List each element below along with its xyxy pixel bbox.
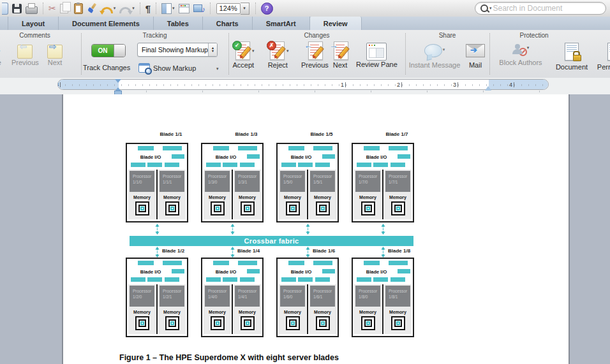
columns-icon[interactable]: ▾ (161, 1, 175, 15)
io-module-bar (364, 146, 379, 150)
tab-smartart[interactable]: SmartArt (253, 17, 310, 30)
io-module-bar (147, 277, 162, 282)
io-module-bar (138, 146, 153, 150)
io-module-bar (138, 261, 153, 265)
memory-label: Memory (133, 310, 151, 314)
blade-box: Blade I/O Processor 1/4/0 Memory (201, 258, 264, 337)
paste-icon[interactable] (74, 1, 83, 15)
markup-view-value: Final Showing Markup (138, 46, 208, 54)
save-icon[interactable] (12, 1, 22, 15)
help-icon[interactable]: ? (261, 1, 273, 15)
fabric-link-arrow: Blade 1/8 (352, 246, 414, 258)
block-authors-button[interactable]: ▾ Block Authors (493, 41, 548, 66)
tab-stop-strip[interactable] (57, 91, 549, 93)
blade-io-label: Blade I/O (128, 269, 173, 275)
fabric-link-arrow (126, 222, 188, 236)
previous-comment-button[interactable]: ⇦ Previous (11, 45, 39, 66)
show-formatting-icon[interactable]: ¶ (145, 1, 151, 15)
mail-button[interactable]: ➔ Mail (464, 41, 487, 69)
tab-review[interactable]: Review (310, 17, 362, 30)
review-pane-button[interactable]: Review Pane (356, 41, 398, 68)
processor-label: Processor (283, 288, 305, 294)
io-module-bar (288, 261, 304, 265)
zoom-value[interactable]: 124% (216, 3, 241, 14)
document-page[interactable]: Blade 1/1 Blade I/O Processor 1/1/0 Memo… (62, 94, 570, 364)
search-icon[interactable] (480, 4, 488, 12)
fabric-link-arrow: Blade 1/4 (201, 246, 264, 258)
zoom-dropdown-icon[interactable]: ▾ (241, 3, 249, 15)
toolbox-icon[interactable] (179, 1, 190, 15)
cut-icon[interactable]: ✂ (48, 1, 56, 15)
ribbon-tab-bar: Layout Document Elements Tables Charts S… (0, 17, 610, 31)
processor-column: Processor 1/3/0 Memory (204, 170, 231, 219)
processor-label: Processor (313, 173, 335, 179)
track-changes-label: Track Changes (83, 64, 130, 71)
delete-comment-button[interactable]: ▾ Delete (0, 45, 1, 66)
show-markup-dropdown-icon[interactable]: ▾ (216, 66, 219, 71)
io-module-bar (223, 163, 237, 167)
blade-label: Blade 1/6 (313, 248, 335, 254)
processor-box: Processor 1/5/1 (310, 171, 335, 192)
memory-label: Memory (239, 195, 256, 200)
io-module-bar (364, 261, 379, 265)
document-workspace[interactable]: Blade 1/1 Blade I/O Processor 1/1/0 Memo… (0, 94, 610, 364)
format-painter-icon[interactable] (87, 1, 97, 15)
undo-icon[interactable]: ▾ (101, 1, 116, 15)
section-title-changes: Changes (228, 32, 405, 39)
processor-column: Processor 1/7/0 Memory (354, 170, 382, 219)
tab-tables[interactable]: Tables (154, 17, 203, 30)
horizontal-ruler[interactable]: 1 2 3 4 5 6 7 (57, 79, 549, 90)
next-change-button[interactable]: → Next (331, 41, 350, 69)
right-indent-marker[interactable] (485, 83, 491, 91)
show-markup-button[interactable]: Show Markup (138, 63, 196, 73)
show-markup-icon (138, 63, 150, 73)
protect-document-button[interactable]: Document (552, 41, 591, 71)
copy-icon[interactable] (60, 1, 70, 15)
tab-charts[interactable]: Charts (203, 17, 253, 30)
toggle-knob[interactable] (114, 45, 125, 57)
io-module-bar (165, 163, 179, 167)
processor-box: Processor 1/8/0 (355, 286, 380, 307)
processor-id: 1/1/1 (163, 179, 184, 185)
previous-change-button[interactable]: ← Previous (301, 41, 329, 69)
blade-label: Blade 1/8 (388, 248, 410, 254)
media-browser-icon[interactable] (193, 1, 205, 15)
tab-layout[interactable]: Layout (8, 17, 59, 30)
processor-label: Processor (389, 288, 410, 294)
processor-id: 1/3/1 (238, 179, 260, 185)
io-module-bar (163, 146, 182, 150)
processor-box: Processor 1/4/0 (205, 286, 230, 307)
memory-label: Memory (314, 310, 331, 314)
search-input[interactable] (492, 3, 600, 13)
processor-box: Processor 1/7/0 (355, 171, 380, 192)
redo-icon[interactable]: ▾ (119, 1, 135, 15)
next-comment-button[interactable]: ⇨ Next (47, 45, 63, 66)
processor-id: 1/8/0 (359, 294, 380, 300)
blade-box: Blade I/O Processor 1/5/0 Memory (276, 143, 339, 222)
search-box[interactable]: ▾ (475, 2, 606, 15)
io-module-bar (238, 261, 257, 265)
blade-columns: Processor 1/4/0 Memory Processor 1/4/1 M… (204, 284, 261, 334)
permission-button[interactable]: Permission (594, 41, 610, 71)
processor-id: 1/8/1 (389, 294, 410, 300)
io-module-bar (298, 163, 313, 167)
blade-label: Blade 1/2 (162, 248, 184, 254)
zoom-control[interactable]: 124% ▾ (216, 3, 249, 15)
ribbon-section-changes: Changes ✓ ▾ Accept ✗ ▾ Reject ← Previous (228, 30, 405, 78)
instant-message-button[interactable]: ▾ Instant Message (406, 41, 463, 69)
processor-column: Processor 1/2/1 Memory (158, 284, 186, 334)
reject-change-button[interactable]: ✗ ▾ Reject (267, 41, 289, 69)
quick-access-toolbar: ✂ ▾ ▾ ¶ ▾ 124% ▾ ? ▾ (0, 0, 610, 17)
document-icon[interactable] (2, 1, 8, 15)
blade-unit: Blade 1/6 Blade I/O Processor 1/6/0 Memo… (276, 258, 339, 337)
io-module-bar (213, 261, 228, 265)
stepper-icon[interactable]: ▲▼ (208, 43, 217, 56)
processor-id: 1/2/0 (133, 294, 154, 300)
tab-document-elements[interactable]: Document Elements (59, 17, 154, 30)
processor-label: Processor (389, 173, 410, 179)
io-module-bar (206, 277, 221, 282)
print-icon[interactable] (26, 1, 38, 15)
markup-view-select[interactable]: Final Showing Markup ▲▼ (137, 43, 218, 57)
accept-change-button[interactable]: ✓ ▾ Accept (232, 41, 255, 69)
track-changes-toggle[interactable]: ON (91, 44, 126, 57)
